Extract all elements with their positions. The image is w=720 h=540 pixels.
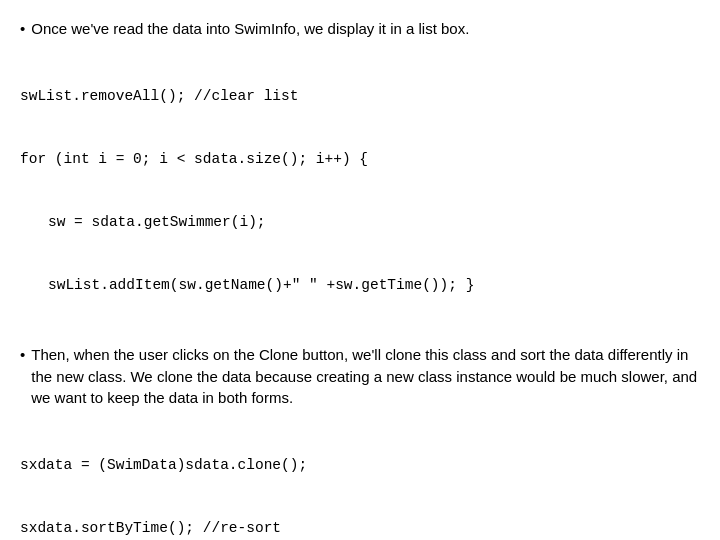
bullet-2-icon: •: [20, 344, 25, 365]
bullet-1-text: Once we've read the data into SwimInfo, …: [31, 18, 469, 40]
code-line: swList.addItem(sw.getName()+" " +sw.getT…: [48, 275, 700, 296]
code-line: for (int i = 0; i < sdata.size(); i++) {: [20, 149, 700, 170]
code-line: sw = sdata.getSwimmer(i);: [48, 212, 700, 233]
bullet-item-1: • Once we've read the data into SwimInfo…: [20, 18, 700, 40]
bullet-2-text: Then, when the user clicks on the Clone …: [31, 344, 700, 409]
code-block-2: sxdata = (SwimData)sdata.clone(); sxdata…: [20, 413, 700, 540]
code-line: sxdata = (SwimData)sdata.clone();: [20, 455, 700, 476]
bullet-item-2: • Then, when the user clicks on the Clon…: [20, 344, 700, 409]
content-area: • Once we've read the data into SwimInfo…: [20, 18, 700, 540]
bullet-1-icon: •: [20, 18, 25, 39]
code-line: swList.removeAll(); //clear list: [20, 86, 700, 107]
code-line: sxdata.sortByTime(); //re-sort: [20, 518, 700, 539]
code-block-1: swList.removeAll(); //clear list for (in…: [20, 44, 700, 338]
